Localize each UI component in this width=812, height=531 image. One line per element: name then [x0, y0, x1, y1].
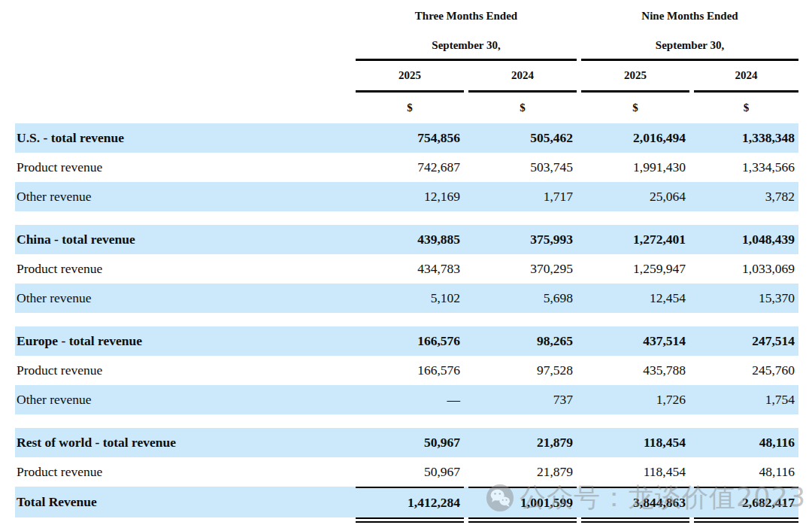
table-body: U.S. - total revenue 754,856 505,462 2,0… — [15, 123, 798, 517]
value-cell-3m-2024: 505,462 — [468, 123, 577, 153]
value-cell-3m-2024: 21,879 — [468, 457, 577, 487]
value-cell-9m-2025: 1,272,401 — [581, 225, 689, 254]
value-cell-9m-2024: 3,782 — [694, 182, 798, 211]
value-cell-9m-2025: 118,454 — [581, 428, 689, 457]
double-rule-segment — [581, 517, 689, 523]
table-row-europe-other: Other revenue — 737 1,726 1,754 — [15, 385, 798, 414]
table-row-europe-total: Europe - total revenue 166,576 98,265 43… — [15, 326, 798, 356]
double-rule-segment — [468, 517, 577, 523]
header-spacer — [15, 32, 351, 61]
value-cell-9m-2025: 12,454 — [581, 284, 689, 313]
year-column-header-3m-2025: 2025 — [356, 61, 464, 93]
table-header-row-2: September 30, September 30, — [15, 32, 798, 61]
value-cell-3m-2025: 166,576 — [356, 326, 464, 356]
value-cell-3m-2025: 166,576 — [356, 356, 464, 385]
value-cell-3m-2024: 503,745 — [468, 153, 577, 182]
table-row-china-total: China - total revenue 439,885 375,993 1,… — [15, 225, 798, 254]
section-gap-3 — [15, 414, 798, 428]
value-cell-3m-2024: 1,001,599 — [468, 487, 577, 517]
table-header-years: 2025 2024 2025 2024 — [15, 61, 798, 93]
currency-symbol: $ — [694, 93, 798, 123]
value-cell-9m-2024: 1,338,348 — [694, 123, 798, 153]
table-row-total-revenue: Total Revenue 1,412,284 1,001,599 3,844,… — [15, 487, 798, 517]
row-label: Other revenue — [15, 182, 351, 211]
value-cell-9m-2024: 1,754 — [694, 385, 798, 414]
value-cell-3m-2024: 737 — [468, 385, 577, 414]
value-cell-9m-2025: 437,514 — [581, 326, 689, 356]
section-gap-2 — [15, 313, 798, 326]
row-label: Europe - total revenue — [15, 326, 351, 356]
row-label: Product revenue — [15, 254, 351, 284]
value-cell-3m-2025: 439,885 — [356, 225, 464, 254]
year-column-header-3m-2024: 2024 — [468, 61, 577, 93]
value-cell-3m-2025: 434,783 — [356, 254, 464, 284]
value-cell-3m-2025: — — [356, 385, 464, 414]
table-header-currency: $ $ $ $ — [15, 93, 798, 123]
value-cell-9m-2025: 118,454 — [581, 457, 689, 487]
table-row-row-total: Rest of world - total revenue 50,967 21,… — [15, 428, 798, 457]
year-column-header-9m-2025: 2025 — [581, 61, 689, 93]
value-cell-3m-2025: 5,102 — [356, 284, 464, 313]
value-cell-9m-2024: 245,760 — [694, 356, 798, 385]
value-cell-9m-2024: 48,116 — [694, 428, 798, 457]
row-label: U.S. - total revenue — [15, 123, 351, 153]
header-spacer — [15, 0, 351, 32]
value-cell-3m-2024: 370,295 — [468, 254, 577, 284]
value-cell-3m-2024: 5,698 — [468, 284, 577, 313]
table-row-us-product: Product revenue 742,687 503,745 1,991,43… — [15, 153, 798, 182]
value-cell-9m-2025: 1,726 — [581, 385, 689, 414]
value-cell-9m-2024: 1,048,439 — [694, 225, 798, 254]
value-cell-9m-2024: 247,514 — [694, 326, 798, 356]
row-label: Product revenue — [15, 457, 351, 487]
currency-symbol: $ — [581, 93, 689, 123]
row-label: Other revenue — [15, 385, 351, 414]
row-label: Product revenue — [15, 356, 351, 385]
value-cell-9m-2024: 15,370 — [694, 284, 798, 313]
row-label: Total Revenue — [15, 487, 351, 517]
header-spacer — [15, 93, 351, 123]
value-cell-3m-2025: 742,687 — [356, 153, 464, 182]
row-label: China - total revenue — [15, 225, 351, 254]
value-cell-9m-2025: 2,016,494 — [581, 123, 689, 153]
value-cell-3m-2025: 1,412,284 — [356, 487, 464, 517]
value-cell-3m-2025: 754,856 — [356, 123, 464, 153]
rule-spacer — [15, 517, 351, 525]
table-row-china-other: Other revenue 5,102 5,698 12,454 15,370 — [15, 284, 798, 313]
value-cell-9m-2025: 25,064 — [581, 182, 689, 211]
value-cell-3m-2024: 1,717 — [468, 182, 577, 211]
value-cell-3m-2024: 375,993 — [468, 225, 577, 254]
double-rule-segment — [356, 517, 464, 523]
table-row-us-total: U.S. - total revenue 754,856 505,462 2,0… — [15, 123, 798, 153]
total-double-rule — [15, 517, 798, 525]
period-header-nine-months: Nine Months Ended — [581, 0, 798, 32]
table-row-china-product: Product revenue 434,783 370,295 1,259,94… — [15, 254, 798, 284]
value-cell-9m-2024: 48,116 — [694, 457, 798, 487]
currency-symbol: $ — [468, 93, 577, 123]
row-label: Other revenue — [15, 284, 351, 313]
table-row-row-product: Product revenue 50,967 21,879 118,454 48… — [15, 457, 798, 487]
table-row-europe-product: Product revenue 166,576 97,528 435,788 2… — [15, 356, 798, 385]
revenue-by-region-table: Three Months Ended Nine Months Ended Sep… — [15, 0, 798, 525]
value-cell-3m-2024: 97,528 — [468, 356, 577, 385]
row-label: Rest of world - total revenue — [15, 428, 351, 457]
value-cell-9m-2024: 2,682,417 — [694, 487, 798, 517]
value-cell-9m-2024: 1,334,566 — [694, 153, 798, 182]
double-rule-segment — [694, 517, 798, 523]
currency-symbol: $ — [356, 93, 464, 123]
year-column-header-9m-2024: 2024 — [694, 61, 798, 93]
period-date-three-months: September 30, — [356, 32, 577, 61]
table-header-row-1: Three Months Ended Nine Months Ended — [15, 0, 798, 32]
value-cell-3m-2025: 12,169 — [356, 182, 464, 211]
value-cell-3m-2025: 50,967 — [356, 457, 464, 487]
value-cell-3m-2024: 21,879 — [468, 428, 577, 457]
section-gap-1 — [15, 211, 798, 225]
value-cell-9m-2024: 1,033,069 — [694, 254, 798, 284]
value-cell-9m-2025: 1,259,947 — [581, 254, 689, 284]
value-cell-9m-2025: 3,844,863 — [581, 487, 689, 517]
period-date-nine-months: September 30, — [581, 32, 798, 61]
header-spacer — [15, 61, 351, 93]
value-cell-9m-2025: 1,991,430 — [581, 153, 689, 182]
value-cell-3m-2025: 50,967 — [356, 428, 464, 457]
value-cell-9m-2025: 435,788 — [581, 356, 689, 385]
value-cell-3m-2024: 98,265 — [468, 326, 577, 356]
